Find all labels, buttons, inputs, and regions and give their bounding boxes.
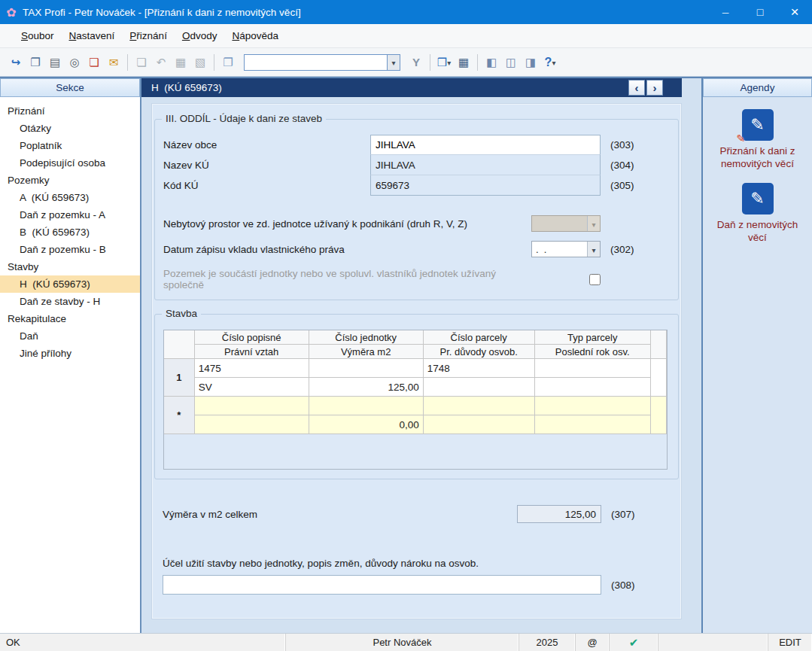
toolbar-search-combo <box>244 54 400 71</box>
sidebar-item-otazky[interactable]: Otázky <box>0 120 140 137</box>
print-preview-button[interactable] <box>65 53 84 72</box>
sidebar-item-h-ku-659673[interactable]: H (KÚ 659673) <box>0 275 140 293</box>
agenda-item-dan[interactable]: Daň z nemovitých věcí <box>703 183 812 245</box>
menu-priznani[interactable]: Přiznání <box>122 26 175 46</box>
sidebar-item-dan[interactable]: Daň <box>0 327 140 345</box>
agendas-panel: Agendy Přiznání k dani z nemovitých věcí… <box>701 78 812 633</box>
record-nav <box>628 80 663 96</box>
sidebar-item-dan-z-pozemku-a[interactable]: Daň z pozemku - A <box>0 206 140 224</box>
menu-bar: Soubor Nastavení Přiznání Odvody Nápověd… <box>0 24 812 48</box>
prev-record-button[interactable] <box>628 80 645 96</box>
agendas-header: Agendy <box>703 78 812 97</box>
cell[interactable] <box>535 359 651 378</box>
sidebar-item-dan-ze-stavby-h[interactable]: Daň ze stavby - H <box>0 293 140 310</box>
maximize-icon <box>757 6 763 18</box>
cell[interactable] <box>424 378 535 397</box>
panel-left-button[interactable] <box>482 53 501 72</box>
panel-middle-button[interactable] <box>501 53 521 72</box>
col-header: Poslední rok osv. <box>535 345 651 359</box>
vymera-celkem-value: 125,00 <box>517 505 601 523</box>
toolbar-separator <box>214 54 214 71</box>
dropdown-arrow-icon <box>592 244 595 255</box>
page-title: H (KÚ 659673) <box>151 82 222 93</box>
agenda-icon[interactable] <box>742 109 774 141</box>
print-button[interactable] <box>45 53 65 72</box>
kod-ku-value: 659673 <box>370 175 601 196</box>
cell[interactable] <box>535 397 651 415</box>
main-area: Sekce Přiznání Otázky Poplatník Podepisu… <box>0 77 812 633</box>
fields-grid: Název obce (303) Nazev KÚ JIHLAVA (304) … <box>163 135 670 196</box>
sidebar-item-dan-z-pozemku-b[interactable]: Daň z pozemku - B <box>0 241 140 258</box>
menu-nastaveni[interactable]: Nastavení <box>62 26 123 46</box>
dropdown-arrow-icon <box>391 56 395 68</box>
sidebar-item-jine-prilohy[interactable]: Jiné přílohy <box>0 345 140 362</box>
dropdown-arrow-icon <box>592 218 595 230</box>
field-code-302: (302) <box>601 244 637 255</box>
sidebar-item-podepisujici-osoba[interactable]: Podepisující osoba <box>0 154 140 172</box>
nazev-obce-input[interactable] <box>371 135 600 154</box>
copy-button[interactable] <box>26 53 45 72</box>
close-icon <box>790 4 798 20</box>
agenda-item-priznani[interactable]: Přiznání k dani z nemovitých věcí <box>703 109 812 171</box>
menu-soubor[interactable]: Soubor <box>14 26 62 46</box>
sidebar-item-priznani[interactable]: Přiznání <box>0 102 140 120</box>
datum-dropdown-button[interactable] <box>587 242 600 257</box>
calculator-button[interactable] <box>454 53 473 72</box>
title-bar: TAX Profi - Petr Nováček - [Přiznání k d… <box>0 0 812 24</box>
cell[interactable] <box>309 359 424 378</box>
email-button[interactable] <box>104 53 123 72</box>
pdf-button[interactable] <box>84 53 104 72</box>
pen-badge-icon <box>737 132 746 144</box>
sidebar-item-b-ku-659673[interactable]: B (KÚ 659673) <box>0 224 140 241</box>
cell[interactable] <box>424 397 535 415</box>
cell[interactable] <box>195 397 309 415</box>
duplicate-button[interactable] <box>218 53 238 72</box>
col-header: Výměra m2 <box>309 345 424 359</box>
ucel-uziti-input[interactable] <box>163 575 601 595</box>
close-button[interactable] <box>777 0 812 24</box>
search-input[interactable] <box>244 54 387 71</box>
cell[interactable] <box>535 415 651 434</box>
cell[interactable] <box>309 397 424 415</box>
col-header: Číslo parcely <box>424 330 535 345</box>
cell[interactable] <box>195 415 309 434</box>
exit-button[interactable] <box>6 53 26 72</box>
datum-value: . . <box>532 242 587 257</box>
cell[interactable]: 1475 <box>195 359 309 378</box>
cell[interactable]: 125,00 <box>309 378 424 397</box>
search-dropdown-button[interactable] <box>387 54 400 71</box>
sidebar-item-poplatnik[interactable]: Poplatník <box>0 137 140 154</box>
sidebar-item-rekapitulace[interactable]: Rekapitulace <box>0 310 140 327</box>
menu-odvody[interactable]: Odvody <box>175 26 225 46</box>
header-end-cell <box>651 330 667 359</box>
sidebar-item-a-ku-659673[interactable]: A (KÚ 659673) <box>0 189 140 206</box>
cell[interactable] <box>535 378 651 397</box>
minimize-button[interactable] <box>708 0 743 24</box>
field-code-307: (307) <box>601 509 637 520</box>
folder-open-button[interactable] <box>434 53 454 72</box>
table-row-new: * 0,00 <box>164 397 667 434</box>
next-record-button[interactable] <box>646 80 663 96</box>
save-icon <box>175 56 186 69</box>
cell[interactable]: 1748 <box>424 359 535 378</box>
folder-open-icon <box>437 56 447 69</box>
agenda-icon[interactable] <box>742 183 774 214</box>
cell[interactable]: 0,00 <box>309 415 424 434</box>
cell[interactable]: SV <box>195 378 309 397</box>
purpose-input-row: (308) <box>163 575 671 595</box>
pozemek-soucasti-checkbox[interactable] <box>589 274 601 285</box>
vymera-celkem-label: Výměra v m2 celkem <box>163 509 517 520</box>
sidebar-item-stavby[interactable]: Stavby <box>0 258 140 275</box>
panel-right-button[interactable] <box>521 53 540 72</box>
datum-combo[interactable]: . . <box>531 241 601 257</box>
menu-napoveda[interactable]: Nápověda <box>224 26 286 46</box>
nebytovy-value <box>532 216 587 231</box>
sidebar-item-pozemky[interactable]: Pozemky <box>0 172 140 189</box>
content-area: H (KÚ 659673) III. ODDÍL - Údaje k dani … <box>141 78 701 633</box>
col-header: Pr. důvody osvob. <box>424 345 535 359</box>
maximize-button[interactable] <box>743 0 777 24</box>
help-pointer-button[interactable] <box>540 53 560 72</box>
help-pointer-icon <box>545 56 552 69</box>
cell[interactable] <box>424 415 535 434</box>
bottom-section: Výměra v m2 celkem 125,00 (307) Účel uži… <box>154 505 679 595</box>
